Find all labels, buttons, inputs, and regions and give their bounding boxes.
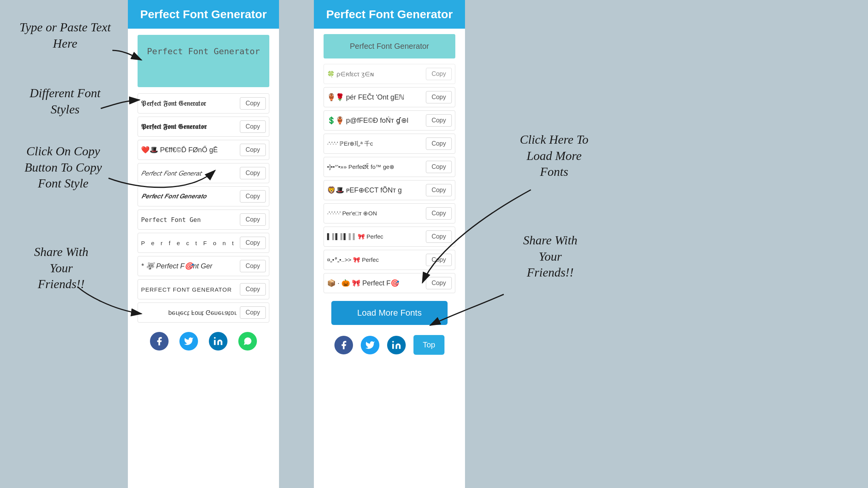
font-text: ·'·'·'·'·' Реr'е□т ⊕ON — [327, 210, 423, 217]
font-row-upper: PERFECT FONT GENERATOR Copy — [138, 279, 269, 299]
copy-button-r9[interactable]: Copy — [426, 277, 452, 289]
font-text: 𝙿𝚎𝚛𝚏𝚎𝚌𝚝 𝙵𝚘𝚗𝚝 𝙶𝚎𝚗 — [141, 216, 237, 223]
copy-button-10[interactable]: Copy — [240, 306, 266, 319]
left-panel-header: Perfect Font Generator — [128, 0, 279, 29]
font-row-emoji: ❤️🎩 P€ff€©Ď FØnŐ gĒ Copy — [138, 140, 269, 160]
linkedin-share[interactable] — [209, 332, 227, 351]
font-row-r9: 📦 · 🎃 🎀 Perfect F🎯 Copy — [324, 273, 455, 293]
font-row-bold-italic: 𝙋𝙚𝙧𝙛𝙚𝙘𝙩 𝙁𝙤𝙣𝙩 𝙂𝙚𝙣𝙚𝙧𝙖𝙩𝙤 Copy — [138, 186, 269, 206]
copy-button-9[interactable]: Copy — [240, 283, 266, 296]
font-text: 𝙋𝙚𝙧𝙛𝙚𝙘𝙩 𝙁𝙤𝙣𝙩 𝙂𝙚𝙣𝙚𝙧𝙖𝙩𝙤 — [141, 192, 237, 200]
font-text: 📦 · 🎃 🎀 Perfect F🎯 — [327, 279, 423, 287]
twitter-share[interactable] — [179, 332, 198, 351]
font-text: 𝕻𝖊𝖗𝖋𝖊𝖈𝖙 𝕱𝖔𝖓𝖙 𝕲𝖊𝖓𝖊𝖗𝖆𝖙𝖔𝖗 — [141, 123, 237, 131]
font-text: 🏺🌹 pér FEČt 'Ont gEℕ — [327, 93, 423, 101]
font-row-r4: •]••°'•»» PеrfeØt̃ fo™ ge⊗ Copy — [324, 157, 455, 177]
copy-button-r0[interactable]: Copy — [426, 68, 452, 80]
top-button[interactable]: Top — [413, 335, 444, 355]
font-text: 🍀 ρ∈ʀfεcτ ʒ∈ɴ — [327, 70, 423, 78]
copy-button-2[interactable]: Copy — [240, 120, 266, 133]
copy-button-r1[interactable]: Copy — [426, 91, 452, 103]
copy-button-r5[interactable]: Copy — [426, 184, 452, 196]
font-text: ❤️🎩 P€ff€©Ď FØnŐ gĒ — [141, 146, 237, 154]
svg-point-0 — [214, 337, 215, 339]
font-row-partial: 🍀 ρ∈ʀfεcτ ʒ∈ɴ Copy — [324, 64, 455, 84]
font-text: ¤„•°̈„•..>> 🎀 Perfec — [327, 256, 423, 263]
font-row-r3: ·'·'·'·' ℙЕr⊕玌ª 千c Copy — [324, 134, 455, 154]
font-row-r1: 🏺🌹 pér FEČt 'Ont gEℕ Copy — [324, 87, 455, 107]
annotation-click-copy: Click On CopyButton To CopyFont Style — [7, 143, 119, 192]
copy-button-7[interactable]: Copy — [240, 237, 266, 249]
right-panel-header: Perfect Font Generator — [314, 0, 465, 29]
copy-button-6[interactable]: Copy — [240, 213, 266, 226]
copy-button-r8[interactable]: Copy — [426, 254, 452, 266]
load-more-button[interactable]: Load More Fonts — [331, 301, 448, 325]
font-row-fraktur: 𝔓𝔢𝔯𝔣𝔢𝔠𝔱 𝔉𝔬𝔫𝔱 𝔊𝔢𝔫𝔢𝔯𝔞𝔱𝔬𝔯 Copy — [138, 93, 269, 113]
font-row-r5: 🦁🎩 ᴘЕF⊕ЄCT fÕNт g Copy — [324, 180, 455, 200]
font-text: ▌║▌║▌║║ 🎀 Perfec — [327, 233, 423, 240]
share-row-left — [138, 332, 269, 351]
copy-button-r7[interactable]: Copy — [426, 230, 452, 243]
text-input[interactable]: Perfect Font Generator — [138, 35, 269, 87]
font-text: 𝔓𝔢𝔯𝔣𝔢𝔠𝔱 𝔉𝔬𝔫𝔱 𝔊𝔢𝔫𝔢𝔯𝔞𝔱𝔬𝔯 — [141, 100, 237, 108]
font-text: P e r f e c t F o n t — [141, 240, 237, 246]
font-text: 🦁🎩 ᴘЕF⊕ЄCT fÕNт g — [327, 186, 423, 194]
font-row-italic: 𝘗𝘦𝘳𝘧𝘦𝘤𝘵 𝘍𝘰𝘯𝘵 𝘎𝘦𝘯𝘦𝘳𝘢𝘵 Copy — [138, 163, 269, 183]
copy-button-3[interactable]: Copy — [240, 144, 266, 156]
copy-button-r4[interactable]: Copy — [426, 161, 452, 173]
font-text: ɹoʇɐɹǝuǝ⅁ ʇuoℲ ʇɔǝɟɹǝd — [141, 309, 237, 316]
copy-button-r2[interactable]: Copy — [426, 114, 452, 127]
font-text: 𝘗𝘦𝘳𝘧𝘦𝘤𝘵 𝘍𝘰𝘯𝘵 𝘎𝘦𝘯𝘦𝘳𝘢𝘵 — [141, 169, 237, 177]
copy-button-r6[interactable]: Copy — [426, 207, 452, 220]
right-panel: Perfect Font Generator Perfect Font Gene… — [314, 0, 465, 488]
font-row-emoji2: * 🐺 Perfect F🎯nt Ger Copy — [138, 256, 269, 276]
copy-button-1[interactable]: Copy — [240, 97, 266, 110]
copy-button-r3[interactable]: Copy — [426, 137, 452, 150]
font-text: 💲🏺 p@fFE©Ð foŃт ɠ⊕l — [327, 116, 423, 125]
annotation-diff-styles: Different FontStyles — [11, 85, 119, 117]
right-share-row: Top — [324, 335, 455, 355]
font-text: * 🐺 Perfect F🎯nt Ger — [141, 262, 237, 270]
font-row-blackletter: 𝕻𝖊𝖗𝖋𝖊𝖈𝖙 𝕱𝖔𝖓𝖙 𝕲𝖊𝖓𝖊𝖗𝖆𝖙𝖔𝖗 Copy — [138, 117, 269, 137]
font-row-flip: ɹoʇɐɹǝuǝ⅁ ʇuoℲ ʇɔǝɟɹǝd Copy — [138, 302, 269, 323]
font-text: ·'·'·'·' ℙЕr⊕玌ª 千c — [327, 140, 423, 148]
right-input-display: Perfect Font Generator — [324, 34, 455, 58]
left-panel: Perfect Font Generator Perfect Font Gene… — [128, 0, 279, 488]
whatsapp-share[interactable] — [238, 332, 257, 351]
annotation-type-paste: Type or Paste TextHere — [11, 19, 119, 52]
font-row-r6: ·'·'·'·'·' Реr'е□т ⊕ON Copy — [324, 203, 455, 223]
font-row-r7: ▌║▌║▌║║ 🎀 Perfec Copy — [324, 227, 455, 247]
font-row-r8: ¤„•°̈„•..>> 🎀 Perfec Copy — [324, 250, 455, 270]
font-text: PERFECT FONT GENERATOR — [141, 286, 237, 293]
twitter-share-right[interactable] — [361, 336, 379, 354]
copy-button-8[interactable]: Copy — [240, 260, 266, 272]
annotation-share-left: Share WithYourFriends!! — [11, 244, 112, 292]
svg-point-1 — [392, 341, 394, 342]
facebook-share-right[interactable] — [334, 336, 353, 354]
annotation-load-more: Click Here ToLoad MoreFonts — [500, 132, 608, 180]
copy-button-4[interactable]: Copy — [240, 167, 266, 179]
font-row-mono: 𝙿𝚎𝚛𝚏𝚎𝚌𝚝 𝙵𝚘𝚗𝚝 𝙶𝚎𝚗 Copy — [138, 210, 269, 230]
facebook-share[interactable] — [150, 332, 169, 351]
font-row-r2: 💲🏺 p@fFE©Ð foŃт ɠ⊕l Copy — [324, 110, 455, 131]
linkedin-share-right[interactable] — [387, 336, 406, 354]
annotation-share-right: Share WithYourFriends!! — [496, 232, 604, 281]
copy-button-5[interactable]: Copy — [240, 190, 266, 203]
font-row-wide: P e r f e c t F o n t Copy — [138, 233, 269, 253]
font-text: •]••°'•»» PеrfeØt̃ fo™ ge⊗ — [327, 163, 423, 170]
